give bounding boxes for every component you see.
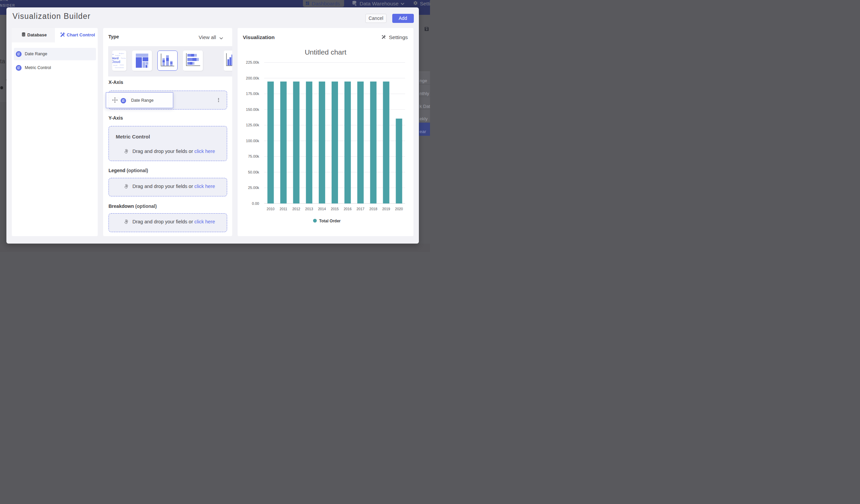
- svg-text:2014: 2014: [318, 207, 326, 211]
- svg-text:175.00k: 175.00k: [246, 92, 259, 96]
- svg-text:2012: 2012: [292, 207, 301, 211]
- svg-text:2010: 2010: [267, 207, 275, 211]
- svg-text:2013: 2013: [305, 207, 313, 211]
- svg-text:100.00k: 100.00k: [246, 139, 259, 143]
- svg-text:Total Order: Total Order: [319, 219, 341, 224]
- svg-text:2015: 2015: [331, 207, 339, 211]
- svg-text:2018: 2018: [369, 207, 377, 211]
- svg-text:150.00k: 150.00k: [246, 107, 259, 112]
- svg-text:50.00k: 50.00k: [248, 170, 259, 174]
- svg-text:2011: 2011: [280, 207, 287, 211]
- svg-text:200.00k: 200.00k: [246, 76, 259, 80]
- svg-text:75.00k: 75.00k: [248, 154, 259, 158]
- svg-text:25.00k: 25.00k: [248, 186, 259, 190]
- svg-text:2019: 2019: [382, 207, 390, 211]
- svg-text:2017: 2017: [357, 207, 364, 211]
- svg-text:2016: 2016: [344, 207, 352, 211]
- svg-text:0.00: 0.00: [252, 201, 259, 205]
- svg-text:125.00k: 125.00k: [246, 123, 259, 127]
- svg-text:2020: 2020: [395, 207, 403, 211]
- svg-text:225.00k: 225.00k: [246, 60, 259, 64]
